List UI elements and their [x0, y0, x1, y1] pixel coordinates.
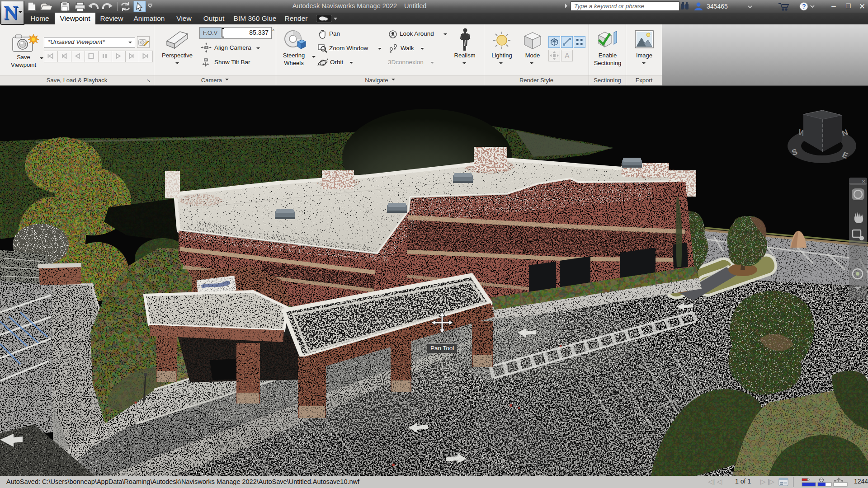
svg-text:A: A	[565, 52, 570, 60]
svg-text:?: ?	[802, 3, 806, 10]
